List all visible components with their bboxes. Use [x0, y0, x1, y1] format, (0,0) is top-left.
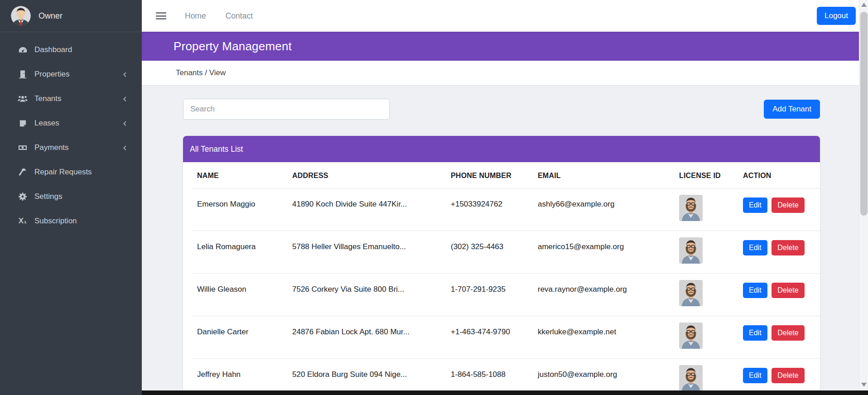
tenant-license-cell [674, 274, 738, 316]
tenant-license-cell [674, 188, 738, 231]
bottom-dark-strip [142, 390, 868, 395]
users-icon [17, 94, 29, 103]
column-header-license: LICENSE ID [674, 162, 738, 188]
tenant-action-cell: Edit Delete [738, 231, 820, 274]
tenant-phone-cell: (302) 325-4463 [445, 231, 532, 274]
breadcrumb-bar: Tenants / View [142, 61, 859, 85]
sidebar-item-subscription[interactable]: X₁ Subscription [0, 209, 142, 233]
card-body: NAME ADDRESS PHONE NUMBER EMAIL LICENSE … [183, 162, 820, 395]
main-content: Add Tenant All Tenants List NAME ADDRESS [142, 85, 859, 395]
toolbar: Add Tenant [183, 99, 820, 120]
tachometer-icon [17, 45, 29, 55]
sidebar-item-label: Properties [34, 70, 69, 79]
sidebar-item-properties[interactable]: Properties ‹ [0, 62, 142, 87]
scrollbar-up-arrow-icon[interactable] [861, 3, 867, 7]
delete-button[interactable]: Delete [772, 368, 804, 383]
tenant-address-cell: 41890 Koch Divide Suite 447Kir... [287, 188, 445, 231]
owner-name-label: Owner [39, 11, 63, 21]
sidebar-item-label: Payments [34, 143, 69, 152]
add-tenant-button[interactable]: Add Tenant [764, 100, 820, 119]
table-row: Lelia Romaguera 5788 Heller Villages Ema… [192, 231, 820, 274]
tenant-phone-cell: 1-707-291-9235 [445, 274, 532, 316]
nav-link-home[interactable]: Home [185, 11, 206, 21]
license-photo [679, 237, 703, 264]
license-photo [679, 195, 703, 221]
sidebar-item-label: Dashboard [34, 45, 72, 54]
license-photo [679, 323, 703, 349]
sidebar-item-label: Leases [34, 119, 59, 128]
sidebar-item-settings[interactable]: Settings [0, 184, 142, 209]
sidebar: Owner Dashboard Properties [0, 0, 142, 395]
sidebar-item-tenants[interactable]: Tenants ‹ [0, 87, 142, 111]
vertical-scrollbar [859, 0, 868, 395]
edit-button[interactable]: Edit [743, 240, 767, 255]
edit-button[interactable]: Edit [743, 325, 767, 341]
app-screen: Owner Dashboard Properties [0, 0, 868, 395]
tenant-action-cell: Edit Delete [738, 316, 820, 359]
sticky-note-icon [17, 119, 29, 128]
tenant-name-cell: Jeffrey Hahn [192, 359, 287, 395]
tenant-license-cell [674, 316, 738, 359]
tenant-address-cell: 5788 Heller Villages Emanuelto... [287, 231, 445, 274]
delete-button[interactable]: Delete [772, 325, 804, 341]
owner-avatar [11, 6, 31, 26]
tenant-address-cell: 24876 Fabian Lock Apt. 680 Mur... [287, 316, 445, 359]
tenant-email-cell: juston50@example.org [532, 359, 674, 395]
delete-button[interactable]: Delete [772, 283, 804, 298]
sidebar-item-payments[interactable]: Payments ‹ [0, 135, 142, 160]
chevron-left-icon: ‹ [122, 142, 127, 153]
column-header-action: ACTION [738, 162, 820, 188]
card-title: All Tenants List [190, 145, 243, 154]
delete-button[interactable]: Delete [772, 198, 804, 213]
tenant-license-cell [674, 231, 738, 274]
edit-button[interactable]: Edit [743, 283, 767, 298]
table-header-row: NAME ADDRESS PHONE NUMBER EMAIL LICENSE … [192, 162, 820, 188]
table-row: Jeffrey Hahn 520 Eldora Burg Suite 094 N… [192, 359, 820, 395]
tenant-name-cell: Lelia Romaguera [192, 231, 287, 274]
tenant-email-cell: kkerluke@example.net [532, 316, 674, 359]
sidebar-item-label: Settings [34, 192, 62, 201]
page-title-band: Property Management [142, 32, 859, 61]
column-header-name: NAME [192, 162, 287, 188]
tenant-email-cell: ashly66@example.org [532, 188, 674, 231]
tenants-card: All Tenants List NAME ADDRESS PHONE NUMB… [183, 136, 820, 395]
chevron-left-icon: ‹ [122, 69, 127, 80]
tenant-phone-cell: 1-864-585-1088 [445, 359, 532, 395]
sidebar-item-label: Repair Requests [34, 168, 92, 177]
chevron-left-icon: ‹ [122, 118, 127, 129]
door-icon [17, 70, 29, 79]
money-bill-icon [17, 143, 29, 152]
sidebar-user-block: Owner [0, 0, 142, 32]
edit-button[interactable]: Edit [743, 368, 767, 383]
table-row: Emerson Maggio 41890 Koch Divide Suite 4… [192, 188, 820, 231]
hamburger-menu-icon[interactable] [156, 11, 166, 21]
tenant-name-cell: Emerson Maggio [192, 188, 287, 231]
tenant-email-cell: reva.raynor@example.org [532, 274, 674, 316]
delete-button[interactable]: Delete [772, 240, 804, 255]
tenant-name-cell: Willie Gleason [192, 274, 287, 316]
license-photo [679, 365, 703, 391]
search-input[interactable] [183, 99, 390, 120]
edit-button[interactable]: Edit [743, 198, 767, 213]
sidebar-item-leases[interactable]: Leases ‹ [0, 111, 142, 135]
tenant-license-cell [674, 359, 738, 395]
logout-button[interactable]: Logout [817, 7, 856, 25]
sidebar-item-repair-requests[interactable]: Repair Requests [0, 160, 142, 184]
tenant-phone-cell: +1-463-474-9790 [445, 316, 532, 359]
breadcrumb[interactable]: Tenants / View [176, 68, 226, 77]
nav-link-contact[interactable]: Contact [226, 11, 253, 21]
card-header: All Tenants List [183, 136, 820, 162]
scrollbar-down-arrow-icon[interactable] [861, 383, 867, 387]
tenant-action-cell: Edit Delete [738, 359, 820, 395]
sidebar-item-dashboard[interactable]: Dashboard [0, 38, 142, 62]
tenant-name-cell: Danielle Carter [192, 316, 287, 359]
license-photo [679, 280, 703, 306]
table-row: Danielle Carter 24876 Fabian Lock Apt. 6… [192, 316, 820, 359]
scrollbar-thumb[interactable] [860, 12, 868, 216]
tenant-address-cell: 7526 Corkery Via Suite 800 Bri... [287, 274, 445, 316]
tenant-action-cell: Edit Delete [738, 188, 820, 231]
top-nav-links: Home Contact [185, 11, 253, 21]
tenants-table: NAME ADDRESS PHONE NUMBER EMAIL LICENSE … [192, 162, 820, 395]
column-header-email: EMAIL [532, 162, 674, 188]
tenant-action-cell: Edit Delete [738, 274, 820, 316]
